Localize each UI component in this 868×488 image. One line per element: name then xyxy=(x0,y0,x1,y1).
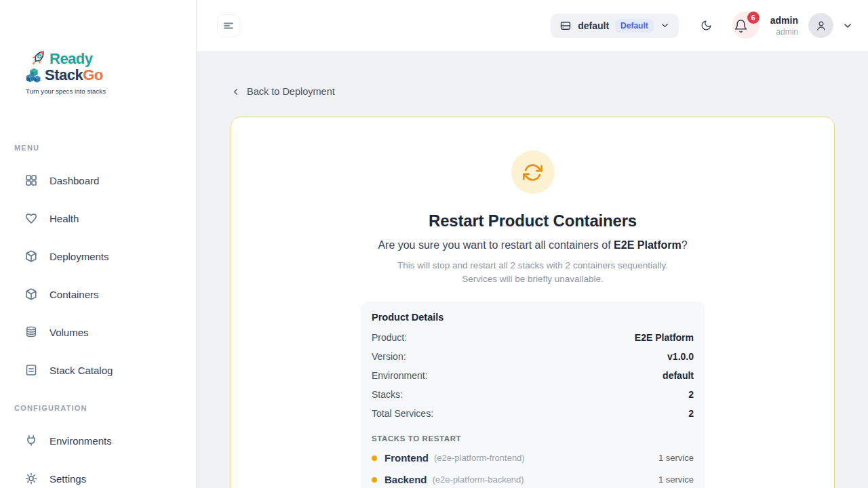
top-header: default Default xyxy=(197,0,868,51)
back-link-label: Back to Deployment xyxy=(247,86,335,97)
cube-icon xyxy=(24,249,38,263)
chevron-down-icon xyxy=(660,20,670,30)
logo-tagline: Turn your specs into stacks xyxy=(26,87,114,95)
sidebar-item-health[interactable]: Health xyxy=(0,199,196,237)
sidebar-item-label: Settings xyxy=(50,473,86,485)
user-role: admin xyxy=(770,27,798,37)
sidebar-nav: Dashboard Health Deployments xyxy=(0,161,196,389)
header-right-group: default Default xyxy=(551,12,853,40)
sidebar-item-label: Containers xyxy=(50,289,99,300)
sidebar-item-dashboard[interactable]: Dashboard xyxy=(0,161,196,199)
heart-icon xyxy=(24,211,38,225)
person-icon xyxy=(814,19,828,33)
logo-text-stack: Stack xyxy=(45,66,83,84)
product-details-panel: Product Details Product: E2E Platform Ve… xyxy=(361,302,705,488)
cube-icon xyxy=(24,287,38,301)
sidebar: Ready StackGo xyxy=(0,0,197,488)
environment-selector[interactable]: default Default xyxy=(551,14,679,38)
page-content: Back to Deployment Restart Product Conta… xyxy=(197,51,868,488)
sidebar-item-volumes[interactable]: Volumes xyxy=(0,313,196,351)
stack-row-frontend: Frontend (e2e-platform-frontend) 1 servi… xyxy=(372,452,694,464)
logo[interactable]: Ready StackGo xyxy=(26,47,114,95)
environment-default-badge: Default xyxy=(615,19,654,33)
detail-row-total-services: Total Services: 2 xyxy=(372,408,694,420)
document-icon xyxy=(24,363,38,377)
environment-name: default xyxy=(578,20,609,31)
sidebar-item-label: Health xyxy=(50,213,79,224)
menu-icon xyxy=(223,20,234,31)
logo-text-go: Go xyxy=(83,66,103,84)
sidebar-section-menu: MENU xyxy=(14,144,196,152)
theme-toggle-button[interactable] xyxy=(701,20,712,31)
logo-text-ready: Ready xyxy=(50,50,93,68)
user-avatar[interactable] xyxy=(808,13,833,38)
sidebar-nav-configuration: Environments Settings xyxy=(0,422,196,488)
notifications-button[interactable]: 6 xyxy=(730,12,760,40)
sidebar-item-label: Volumes xyxy=(50,327,89,338)
panel-heading: Product Details xyxy=(372,312,694,323)
sidebar-item-settings[interactable]: Settings xyxy=(0,460,196,488)
stacked-cubes-icon xyxy=(24,65,45,85)
dialog-title: Restart Product Containers xyxy=(231,211,834,230)
stack-row-backend: Backend (e2e-platform-backend) 1 service xyxy=(372,474,694,486)
restart-confirmation-card: Restart Product Containers Are you sure … xyxy=(231,117,835,488)
detail-row-stacks: Stacks: 2 xyxy=(372,389,694,401)
user-name: admin xyxy=(770,15,798,26)
app-root: Ready StackGo xyxy=(0,0,868,488)
database-icon xyxy=(24,325,38,339)
main-column: default Default xyxy=(197,0,868,488)
sidebar-item-label: Dashboard xyxy=(50,175,99,186)
refresh-icon xyxy=(523,163,542,182)
sidebar-item-label: Deployments xyxy=(50,251,109,262)
confirmation-note: This will stop and restart all 2 stacks … xyxy=(231,259,834,286)
stack-bullet-icon xyxy=(372,455,377,461)
notification-count-badge: 6 xyxy=(747,12,760,24)
sidebar-section-configuration: CONFIGURATION xyxy=(14,404,196,412)
confirmation-question: Are you sure you want to restart all con… xyxy=(231,239,834,251)
detail-row-version: Version: v1.0.0 xyxy=(372,351,694,363)
moon-icon xyxy=(701,20,712,31)
sidebar-item-deployments[interactable]: Deployments xyxy=(0,237,196,275)
detail-row-environment: Environment: default xyxy=(372,370,694,382)
sidebar-toggle-button[interactable] xyxy=(217,14,240,37)
product-name: E2E Platform xyxy=(614,239,682,251)
user-info[interactable]: admin admin xyxy=(770,15,798,37)
stacks-to-restart-heading: STACKS TO RESTART xyxy=(372,434,694,443)
sidebar-item-stack-catalog[interactable]: Stack Catalog xyxy=(0,351,196,389)
user-menu-chevron[interactable] xyxy=(842,20,853,31)
chevron-left-icon xyxy=(231,87,241,97)
gear-icon xyxy=(24,472,38,485)
back-to-deployment-link[interactable]: Back to Deployment xyxy=(231,86,335,97)
sidebar-item-label: Environments xyxy=(50,435,112,447)
server-icon xyxy=(559,20,572,32)
stack-bullet-icon xyxy=(372,477,377,483)
restart-icon-circle xyxy=(511,150,555,194)
detail-row-product: Product: E2E Platform xyxy=(372,332,694,344)
bell-icon xyxy=(734,19,748,33)
plug-icon xyxy=(24,434,38,447)
sidebar-item-label: Stack Catalog xyxy=(50,365,113,376)
grid-icon xyxy=(24,174,38,187)
sidebar-item-environments[interactable]: Environments xyxy=(0,422,196,460)
sidebar-item-containers[interactable]: Containers xyxy=(0,275,196,313)
